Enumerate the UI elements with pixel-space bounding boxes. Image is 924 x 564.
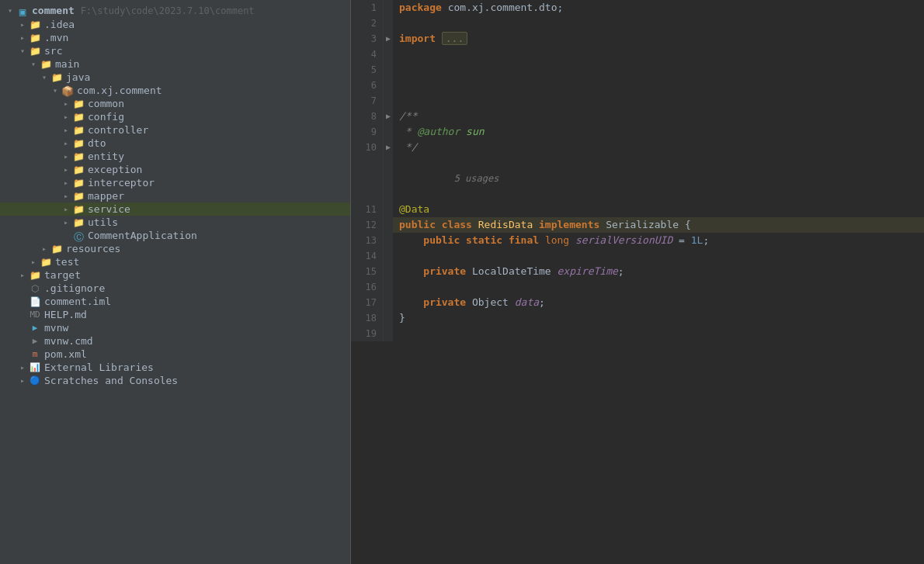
line-gutter xyxy=(384,326,393,341)
sidebar-item-common[interactable]: 📁 common xyxy=(0,97,350,110)
folder-icon: 📁 xyxy=(28,46,42,57)
code-line-15: 15 private LocalDateTime expireTime; xyxy=(351,264,924,279)
sidebar-item-mvnw[interactable]: ▶ mvnw xyxy=(0,321,350,334)
line-content: @Data xyxy=(393,202,924,217)
common-label: common xyxy=(88,98,124,109)
line-content: /** xyxy=(393,109,924,124)
pom-icon: m xyxy=(28,349,42,360)
line-number: 18 xyxy=(351,310,384,326)
sidebar-item-ext-libs[interactable]: 📊 External Libraries xyxy=(0,361,350,374)
code-line-16: 16 xyxy=(351,279,924,295)
sidebar-item-idea[interactable]: 📁 .idea xyxy=(0,18,350,31)
fold-icon[interactable]: ▶ xyxy=(386,140,391,155)
test-label: test xyxy=(55,256,79,268)
line-content: */ xyxy=(393,140,924,155)
code-line-5: 5 xyxy=(351,62,924,78)
sidebar-item-help[interactable]: MD HELP.md xyxy=(0,308,350,321)
sidebar-item-exception[interactable]: 📁 exception xyxy=(0,163,350,176)
line-content: private LocalDateTime expireTime; xyxy=(393,264,924,279)
line-content: public class RedisData implements Serial… xyxy=(393,217,924,233)
line-number: 6 xyxy=(351,78,384,93)
sidebar-item-pom[interactable]: m pom.xml xyxy=(0,348,350,361)
code-line-17: 17 private Object data; xyxy=(351,295,924,310)
sidebar-item-resources[interactable]: 📁 resources xyxy=(0,242,350,255)
folder-icon: 📁 xyxy=(71,112,85,123)
folder-icon: 📁 xyxy=(71,204,85,215)
mvnw-icon: ▶ xyxy=(28,323,42,334)
fold-icon[interactable]: ▶ xyxy=(386,109,391,124)
line-gutter[interactable]: ▶ xyxy=(384,109,393,124)
line-number: 4 xyxy=(351,47,384,62)
project-name: comment F:\study\code\2023.7.10\comment xyxy=(32,5,255,16)
code-line-6: 6 xyxy=(351,78,924,93)
sidebar-item-gitignore[interactable]: ⬡ .gitignore xyxy=(0,282,350,295)
line-gutter[interactable]: ▶ xyxy=(384,140,393,155)
sidebar-item-target[interactable]: 📁 target xyxy=(0,268,350,282)
idea-label: .idea xyxy=(44,19,75,30)
code-line-11: 11 @Data xyxy=(351,202,924,217)
sidebar-item-mapper[interactable]: 📁 mapper xyxy=(0,189,350,202)
code-line-9: 9 * @author sun xyxy=(351,124,924,140)
line-content xyxy=(393,16,924,31)
folder-icon: 📁 xyxy=(71,217,85,228)
scratches-label: Scratches and Consoles xyxy=(44,375,178,386)
line-number: 17 xyxy=(351,295,384,310)
exception-arrow xyxy=(61,165,71,174)
sidebar-item-src[interactable]: 📁 src xyxy=(0,44,350,57)
app-label: CommentApplication xyxy=(88,230,197,241)
package-label: com.xj.comment xyxy=(77,85,162,96)
sidebar-item-java[interactable]: 📁 java xyxy=(0,71,350,84)
entity-arrow xyxy=(61,152,71,161)
line-content xyxy=(393,47,924,62)
dto-label: dto xyxy=(88,137,106,149)
line-gutter xyxy=(384,279,393,295)
project-root[interactable]: ▣ comment F:\study\code\2023.7.10\commen… xyxy=(0,3,350,18)
sidebar-item-entity[interactable]: 📁 entity xyxy=(0,150,350,163)
sidebar-item-interceptor[interactable]: 📁 interceptor xyxy=(0,176,350,189)
line-gutter xyxy=(384,202,393,217)
line-gutter[interactable]: ▶ xyxy=(384,31,393,47)
fold-icon[interactable]: ▶ xyxy=(386,31,391,47)
file-tree[interactable]: ▣ comment F:\study\code\2023.7.10\commen… xyxy=(0,0,351,564)
sidebar-item-iml[interactable]: 📄 comment.iml xyxy=(0,295,350,308)
line-number: 14 xyxy=(351,248,384,264)
line-number: 5 xyxy=(351,62,384,78)
config-arrow xyxy=(61,112,71,121)
sidebar-item-mvn[interactable]: 📁 .mvn xyxy=(0,31,350,44)
code-line-13: 13 public static final long serialVersio… xyxy=(351,233,924,248)
code-line-1: 1 package com.xj.comment.dto; xyxy=(351,0,924,16)
mvn-arrow xyxy=(17,33,28,42)
line-content: package com.xj.comment.dto; xyxy=(393,0,924,16)
help-label: HELP.md xyxy=(44,309,87,320)
sidebar-item-comment-app[interactable]: Ⓒ CommentApplication xyxy=(0,229,350,242)
common-arrow xyxy=(61,99,71,108)
sidebar-item-dto[interactable]: 📁 dto xyxy=(0,137,350,150)
folder-icon: 📁 xyxy=(28,33,42,43)
line-number: 9 xyxy=(351,124,384,140)
line-number: · xyxy=(351,155,384,202)
code-editor[interactable]: 1 package com.xj.comment.dto; 2 3 ▶ impo… xyxy=(351,0,924,564)
sidebar-item-utils[interactable]: 📁 utils xyxy=(0,216,350,229)
sidebar-item-package[interactable]: 📦 com.xj.comment xyxy=(0,84,350,97)
controller-label: controller xyxy=(88,124,148,136)
line-gutter xyxy=(384,264,393,279)
folder-icon: 📁 xyxy=(71,191,85,202)
sidebar-item-mvnw-cmd[interactable]: ▶ mvnw.cmd xyxy=(0,334,350,348)
package-icon: 📦 xyxy=(61,85,75,96)
line-number: 15 xyxy=(351,264,384,279)
src-arrow xyxy=(17,47,28,55)
sidebar-item-config[interactable]: 📁 config xyxy=(0,110,350,123)
sidebar-item-controller[interactable]: 📁 controller xyxy=(0,123,350,137)
interceptor-label: interceptor xyxy=(88,177,155,189)
code-line-19: 19 xyxy=(351,326,924,341)
code-line-usages: · 5 usages xyxy=(351,155,924,202)
line-number: 2 xyxy=(351,16,384,31)
sidebar-item-service[interactable]: 📁 service xyxy=(0,202,350,216)
sidebar-item-test[interactable]: 📁 test xyxy=(0,255,350,268)
line-content xyxy=(393,279,924,295)
folder-icon: 📁 xyxy=(71,138,85,149)
sidebar-item-main[interactable]: 📁 main xyxy=(0,57,350,71)
line-content: } xyxy=(393,310,924,326)
sidebar-item-scratches[interactable]: 🔵 Scratches and Consoles xyxy=(0,374,350,387)
line-gutter xyxy=(384,47,393,62)
